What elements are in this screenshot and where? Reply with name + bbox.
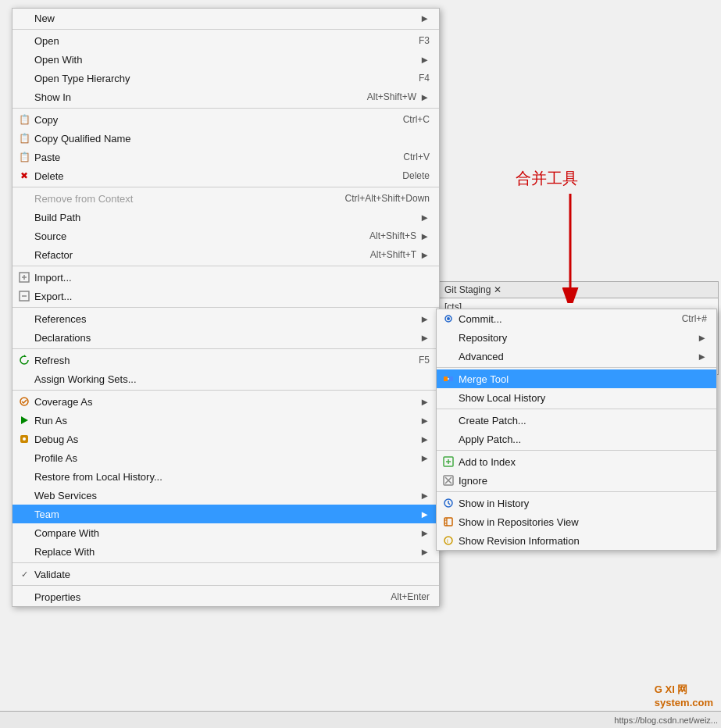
history-icon [441, 496, 455, 510]
submenu-item-create-patch[interactable]: Create Patch... [437, 411, 716, 430]
create-patch-label: Create Patch... [459, 415, 526, 426]
menu-item-import[interactable]: Import... [12, 268, 439, 287]
menu-item-refactor[interactable]: Refactor Alt+Shift+T ► [12, 245, 439, 264]
svg-text:i: i [447, 537, 448, 544]
refactor-shortcut: Alt+Shift+T [347, 249, 416, 260]
menu-item-coverage-as[interactable]: Coverage As ► [12, 392, 439, 411]
properties-label: Properties [34, 591, 80, 603]
declarations-arrow: ► [419, 332, 430, 344]
menu-item-delete[interactable]: ✖ Delete Delete [12, 166, 439, 185]
remove-context-label: Remove from Context [34, 193, 133, 205]
merge-tool-icon [441, 372, 455, 386]
menu-item-run-as[interactable]: Run As ► [12, 411, 439, 430]
submenu-item-show-in-repositories[interactable]: Show in Repositories View [437, 512, 716, 531]
submenu-item-apply-patch[interactable]: Apply Patch... [437, 430, 716, 448]
submenu-item-add-to-index[interactable]: Add to Index [437, 452, 716, 471]
menu-item-declarations[interactable]: Declarations ► [12, 328, 439, 347]
submenu-item-show-local-history[interactable]: Show Local History [437, 388, 716, 407]
menu-item-show-in[interactable]: Show In Alt+Shift+W ► [12, 87, 439, 106]
debug-as-label: Debug As [34, 434, 78, 445]
commit-shortcut: Ctrl+# [666, 313, 707, 324]
repository-label: Repository [459, 332, 507, 344]
repo-icon [441, 515, 455, 529]
submenu-item-ignore[interactable]: Ignore [437, 471, 716, 490]
menu-item-new[interactable]: New ► [12, 9, 439, 27]
watermark: G XI 网 system.com [655, 683, 713, 708]
watermark-line2: system.com [655, 697, 713, 708]
separator-9 [12, 585, 439, 586]
svg-point-17 [444, 537, 452, 544]
menu-item-compare-with[interactable]: Compare With ► [12, 523, 439, 542]
svg-rect-11 [444, 376, 448, 381]
submenu-item-advanced[interactable]: Advanced ► [437, 347, 716, 366]
apply-patch-label: Apply Patch... [459, 434, 521, 445]
menu-item-build-path[interactable]: Build Path ► [12, 208, 439, 227]
show-local-history-label: Show Local History [459, 392, 545, 404]
menu-item-open[interactable]: Open F3 [12, 31, 439, 50]
remove-context-shortcut: Ctrl+Alt+Shift+Down [322, 193, 430, 204]
references-label: References [34, 313, 86, 325]
menu-item-open-type-hierarchy[interactable]: Open Type Hierarchy F4 [12, 69, 439, 87]
copy-icon: 📋 [17, 112, 31, 127]
sub-separator-3 [437, 450, 716, 451]
submenu-item-merge-tool[interactable]: Merge Tool [437, 369, 716, 388]
menu-item-profile-as[interactable]: Profile As ► [12, 448, 439, 467]
menu-item-paste[interactable]: 📋 Paste Ctrl+V [12, 148, 439, 166]
separator-3 [12, 187, 439, 187]
refresh-label: Refresh [34, 355, 70, 366]
menu-item-restore-local-history[interactable]: Restore from Local History... [12, 467, 439, 486]
submenu-item-commit[interactable]: Commit... Ctrl+# [437, 309, 716, 328]
open-with-arrow: ► [419, 54, 430, 66]
menu-item-copy-qualified[interactable]: 📋 Copy Qualified Name [12, 129, 439, 148]
menu-item-replace-with[interactable]: Replace With ► [12, 542, 439, 561]
team-arrow: ► [419, 509, 430, 520]
separator-8 [12, 562, 439, 563]
menu-item-refresh[interactable]: Refresh F5 [12, 351, 439, 369]
show-revision-label: Show Revision Information [459, 535, 580, 547]
validate-label: Validate [34, 569, 70, 580]
run-icon [17, 413, 31, 427]
show-in-repositories-label: Show in Repositories View [459, 516, 579, 528]
run-as-label: Run As [34, 415, 67, 426]
menu-item-team[interactable]: Team ► [12, 505, 439, 523]
submenu-item-show-revision[interactable]: i Show Revision Information [437, 531, 716, 550]
source-arrow: ► [419, 230, 430, 242]
delete-icon: ✖ [17, 169, 31, 183]
menu-item-assign-working-sets[interactable]: Assign Working Sets... [12, 369, 439, 388]
coverage-as-label: Coverage As [34, 396, 92, 408]
import-label: Import... [34, 272, 72, 284]
run-as-arrow: ► [419, 415, 430, 426]
menu-item-copy[interactable]: 📋 Copy Ctrl+C [12, 110, 439, 129]
submenu-item-repository[interactable]: Repository ► [437, 328, 716, 347]
copy-label: Copy [34, 114, 58, 126]
menu-item-web-services[interactable]: Web Services ► [12, 486, 439, 505]
add-to-index-label: Add to Index [459, 456, 516, 468]
status-bar-url: https://blog.csdn.net/weiz... [614, 716, 718, 725]
menu-item-references[interactable]: References ► [12, 309, 439, 328]
menu-item-validate[interactable]: ✓ Validate [12, 565, 439, 583]
replace-with-arrow: ► [419, 546, 430, 558]
menu-item-open-with[interactable]: Open With ► [12, 50, 439, 69]
menu-item-properties[interactable]: Properties Alt+Enter [12, 587, 439, 606]
compare-with-label: Compare With [34, 527, 99, 539]
declarations-label: Declarations [34, 332, 91, 344]
sub-separator-2 [437, 409, 716, 409]
restore-label: Restore from Local History... [34, 471, 162, 483]
menu-item-source[interactable]: Source Alt+Shift+S ► [12, 227, 439, 245]
repository-arrow: ► [697, 332, 707, 344]
svg-marker-4 [24, 355, 27, 357]
delete-shortcut: Delete [379, 170, 430, 181]
show-in-history-label: Show in History [459, 498, 529, 509]
refresh-icon [17, 353, 31, 367]
submenu-item-show-in-history[interactable]: Show in History [437, 494, 716, 512]
build-path-arrow: ► [419, 212, 430, 223]
refresh-shortcut: F5 [395, 355, 430, 366]
paste-shortcut: Ctrl+V [380, 152, 430, 162]
open-label: Open [34, 35, 59, 47]
add-index-icon [441, 455, 455, 469]
open-type-label: Open Type Hierarchy [34, 73, 130, 84]
menu-item-debug-as[interactable]: Debug As ► [12, 430, 439, 448]
sub-separator-4 [437, 491, 716, 492]
menu-item-export[interactable]: Export... [12, 287, 439, 305]
separator-5 [12, 307, 439, 308]
